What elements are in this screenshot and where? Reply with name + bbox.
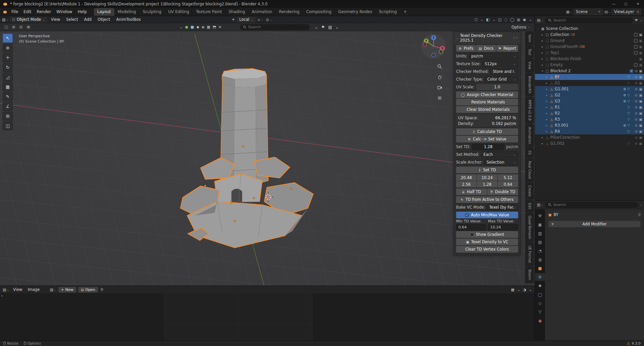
panel-header[interactable]: ⌄ Texel Density Checker 2025.1 ⠿⠿ (454, 32, 521, 44)
outliner-item-g1[interactable]: ▸△G1▽⊖▣ (535, 80, 644, 86)
app-menu-icon[interactable] (3, 10, 7, 14)
search-input[interactable] (248, 25, 307, 29)
outliner-item-ground[interactable]: ▸□Ground▣ (535, 38, 644, 44)
scene-selector[interactable]: Scene ✕ (574, 9, 603, 15)
meshdata-icon[interactable]: ▽ (627, 75, 630, 79)
mesh-icon[interactable]: △ (545, 142, 549, 145)
sidebar-tab[interactable]: Quad Remesh (525, 213, 534, 242)
navigation-gizmo[interactable]: Z X Y (420, 33, 447, 61)
properties-tab-output[interactable]: ▥ (535, 229, 545, 237)
properties-tab-view-layer[interactable]: ▤ (535, 238, 545, 246)
tool-extrude[interactable]: ◫ (3, 121, 13, 130)
cam-icon[interactable]: ▣ (639, 105, 642, 109)
field-dropdown[interactable]: px/cm ⌄ (469, 53, 518, 59)
select-mode-icon[interactable]: ⊠ (25, 24, 32, 30)
uv-scale-input[interactable]: 1.0 (476, 84, 518, 90)
eye-icon[interactable]: ⊙ (635, 87, 638, 91)
cam-icon[interactable]: ▣ (639, 63, 642, 67)
outliner-item-collection[interactable]: ▸□Collection▽2▣ (535, 32, 644, 38)
sidebar-tab[interactable]: Bloom (525, 266, 534, 283)
matcap-sphere-icon[interactable]: ● (185, 25, 188, 29)
half-td-button[interactable]: ⇊Half TD (456, 188, 487, 195)
tool-annotate[interactable]: ✎ (3, 92, 13, 101)
workspace-tab[interactable]: Sculpting (139, 8, 165, 16)
mesh-icon[interactable]: △ (549, 81, 554, 85)
menu-item[interactable]: Window (54, 8, 75, 15)
mesh-icon[interactable]: △ (549, 112, 554, 115)
tool-measure[interactable]: ∠ (3, 102, 13, 111)
properties-tab-world[interactable]: ◍ (535, 256, 545, 263)
tool-move[interactable]: ✛ (3, 53, 13, 62)
properties-tab-render[interactable]: ▣ (535, 221, 545, 228)
cam-icon[interactable]: ▣ (639, 141, 642, 145)
add-modifier-button[interactable]: + Add Modifier (548, 221, 641, 227)
close-button[interactable]: ✕ (632, 0, 644, 8)
meshdata-icon[interactable]: ▽ (627, 93, 630, 97)
outliner-item-g3[interactable]: ▸△G3⚙▽⊙▣ (535, 98, 644, 104)
properties-tab-constraints[interactable]: ◇ (535, 299, 545, 307)
mod-icon[interactable]: ⚙ (623, 93, 626, 97)
properties-tab-scene[interactable]: ◔ (535, 247, 545, 255)
outliner-item-blockout-2[interactable]: ▾□Blockout 2✓⊙▣ (535, 68, 644, 74)
editor-type-icon[interactable]: ▧⌄ (2, 17, 8, 22)
properties-tab-particles[interactable]: ✱ (535, 282, 545, 290)
cam-icon[interactable]: ▣ (639, 69, 642, 73)
sidebar-tab[interactable]: Real Cloud (525, 158, 534, 182)
td-preset-button[interactable]: 20.48 (456, 174, 477, 181)
meshdata-icon[interactable]: ▽ (627, 99, 630, 103)
snap-target-icon[interactable]: ◈ (202, 25, 204, 29)
calc-set-value-button[interactable]: ⚙Calc -> Set Value (456, 136, 518, 142)
render-slot-icon[interactable]: ▦ (511, 288, 514, 292)
cam-icon[interactable]: ▣ (639, 117, 642, 121)
sidebar-tab[interactable]: Tool (525, 46, 534, 58)
workspace-tab[interactable]: Texture Paint (193, 8, 225, 16)
panel-button[interactable]: Restore Materials (456, 99, 518, 105)
eyeoff-icon[interactable]: ⊖ (635, 81, 638, 85)
outliner-item-r2[interactable]: ▸△R2▽⊙▣ (535, 110, 644, 116)
mod-icon[interactable]: ⚙ (623, 87, 626, 91)
options-button[interactable]: Options⌄ (509, 24, 532, 30)
collection-icon[interactable]: □ (545, 45, 549, 49)
td-preset-button[interactable]: 10.24 (477, 174, 497, 181)
xray-toggle-icon[interactable]: ◫ (497, 17, 502, 22)
viewport-menu-item[interactable]: Select (64, 16, 80, 23)
editor-type-icon[interactable]: ▤⌄ (537, 18, 543, 23)
outliner-item-groundfloorm[interactable]: ▸□GroundFloorM▽10▣ (535, 44, 644, 50)
cam-icon[interactable]: ▣ (639, 81, 642, 85)
mode-dropdown[interactable]: ▢ Object Mode ⌄ (10, 17, 47, 23)
cam-icon[interactable]: ▣ (639, 51, 642, 55)
clear-td-vc-button[interactable]: Clear TD Vertex Colors (456, 246, 518, 253)
outliner-item-blockouts-finish[interactable]: ▸□Blockouts Finish▣ (535, 56, 644, 62)
expand-arrow-icon[interactable]: ▸ (541, 63, 544, 67)
pin-icon[interactable]: ⚲ (638, 213, 641, 217)
panel-button[interactable]: ◯Assign Checker Material (456, 91, 518, 98)
workspace-tab[interactable]: Layout (94, 8, 114, 16)
filter-funnel-icon[interactable] (635, 19, 638, 21)
editor-type-icon[interactable]: ▨⌄ (3, 288, 9, 292)
outliner-item-r3-001[interactable]: ▸△R3.001⚙▽⊙▣ (535, 122, 644, 128)
expand-arrow-icon[interactable]: ▸ (541, 51, 544, 54)
checker-icon[interactable]: ▦ (207, 25, 210, 29)
mesh-icon[interactable]: △ (549, 93, 554, 97)
image-browse-icon[interactable]: ▨⌄ (50, 288, 56, 292)
cam-icon[interactable]: ▣ (639, 123, 642, 127)
outliner-item-pillarcorrection[interactable]: ▸△PillarCorrection⊙▣ (535, 134, 644, 140)
checkbox-icon[interactable] (634, 33, 638, 37)
shading-rendered-icon[interactable]: ◉ (522, 17, 527, 22)
meshdata-icon[interactable]: ▽ (627, 81, 630, 85)
channels-icon[interactable]: ◑ (523, 288, 526, 292)
workspace-tab[interactable]: Geometry Nodes (335, 8, 376, 16)
meshdata-icon[interactable]: ▽ (627, 142, 630, 145)
tool-scale[interactable]: ◿ (3, 73, 13, 82)
eye-icon[interactable]: ⊙ (635, 69, 638, 73)
outliner-search[interactable] (545, 17, 633, 24)
expand-arrow-icon[interactable]: ▸ (545, 94, 548, 97)
list-icon[interactable]: ▤ (328, 25, 332, 30)
bake-vc-mode-dropdown[interactable]: Texel (by Face)⌄ (487, 204, 518, 211)
eye-icon[interactable]: ⊙ (635, 99, 638, 103)
set-td-button[interactable]: ↧Set TD (456, 167, 518, 173)
checkbox-icon[interactable] (634, 39, 638, 43)
image-editor-canvas[interactable]: ▸ (0, 293, 535, 340)
eyeoff-icon[interactable]: ⊖ (635, 141, 638, 145)
meshdata-icon[interactable]: ▽ (627, 118, 630, 121)
